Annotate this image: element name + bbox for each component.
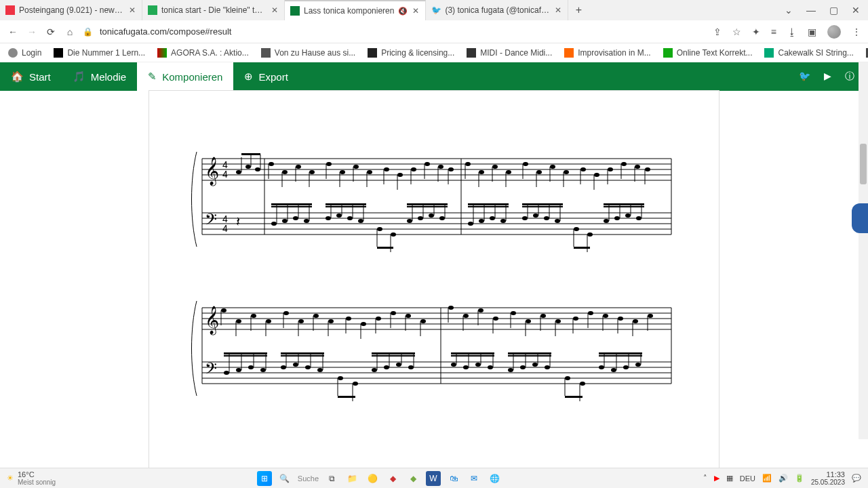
close-icon[interactable]: ✕ bbox=[271, 5, 279, 15]
minimize-icon[interactable]: — bbox=[806, 5, 816, 16]
app-icon[interactable]: ◆ bbox=[385, 471, 400, 486]
star-icon[interactable]: ☆ bbox=[732, 26, 741, 37]
browser-tab-1[interactable]: tonica start - Die "kleine" tonica ✕ bbox=[142, 0, 285, 20]
svg-point-113 bbox=[418, 216, 423, 220]
svg-point-187 bbox=[361, 322, 366, 326]
svg-point-56 bbox=[465, 162, 471, 166]
svg-point-36 bbox=[326, 162, 332, 166]
svg-point-203 bbox=[493, 317, 498, 321]
edge-icon[interactable]: 🌐 bbox=[487, 471, 502, 486]
bookmark-icon bbox=[54, 48, 63, 58]
svg-point-86 bbox=[271, 222, 277, 226]
scrollbar-thumb[interactable] bbox=[860, 144, 867, 184]
twitter-icon[interactable]: 🐦 bbox=[799, 70, 810, 83]
bookmark-item[interactable]: Login bbox=[8, 48, 41, 58]
svg-point-32 bbox=[296, 165, 301, 169]
mail-icon[interactable]: ✉ bbox=[467, 471, 481, 486]
svg-rect-285 bbox=[599, 352, 642, 354]
tray-time[interactable]: 11:33 bbox=[811, 470, 845, 479]
close-icon[interactable]: ✕ bbox=[412, 6, 420, 16]
bookmark-item[interactable]: Von zu Hause aus si... bbox=[261, 48, 355, 58]
back-button[interactable]: ← bbox=[7, 26, 19, 37]
svg-text:𝄞: 𝄞 bbox=[205, 306, 219, 336]
browser-tab-0[interactable]: Posteingang (9.021) - newsrex24 ✕ bbox=[0, 0, 142, 20]
svg-point-280 bbox=[565, 376, 570, 380]
browser-tab-2[interactable]: Lass tonica komponieren 🔇 ✕ bbox=[285, 0, 426, 20]
wifi-icon[interactable]: 📶 bbox=[762, 474, 772, 483]
battery-icon[interactable]: 🔋 bbox=[795, 474, 804, 483]
bookmark-item[interactable]: MIDI - Dance Midi... bbox=[467, 48, 552, 58]
word-icon[interactable]: W bbox=[426, 471, 441, 486]
side-handle[interactable] bbox=[852, 203, 868, 233]
close-icon[interactable]: ✕ bbox=[554, 5, 562, 15]
svg-rect-143 bbox=[574, 247, 590, 249]
new-tab-button[interactable]: + bbox=[568, 4, 589, 16]
svg-point-276 bbox=[532, 363, 538, 367]
forward-button[interactable]: → bbox=[26, 26, 38, 37]
tray-app-icon[interactable]: ▦ bbox=[726, 474, 733, 483]
browser-tab-3[interactable]: 🐦 (3) tonica fugata (@tonicafugata) ✕ bbox=[426, 0, 568, 20]
chrome-icon[interactable]: 🟡 bbox=[365, 471, 380, 486]
nav-export[interactable]: ⊕Export bbox=[233, 62, 298, 91]
address-url[interactable]: tonicafugata.com/compose#result bbox=[100, 26, 231, 37]
lock-icon[interactable]: 🔒 bbox=[83, 27, 93, 37]
extensions-icon[interactable]: ✦ bbox=[752, 26, 760, 37]
share-icon[interactable]: ⇪ bbox=[713, 26, 722, 37]
chevron-down-icon[interactable]: ⌄ bbox=[785, 5, 793, 16]
nav-komponieren[interactable]: ✎Komponieren bbox=[137, 62, 233, 91]
profile-avatar[interactable] bbox=[827, 25, 841, 39]
svg-point-115 bbox=[429, 214, 434, 218]
svg-point-28 bbox=[269, 162, 274, 166]
bookmark-item[interactable]: Die Nummer 1 Lern... bbox=[54, 48, 145, 58]
bookmark-item[interactable]: Improvisation in M... bbox=[564, 48, 650, 58]
svg-point-70 bbox=[564, 170, 569, 174]
reload-button[interactable]: ⟳ bbox=[45, 26, 57, 37]
app-icon[interactable]: ◆ bbox=[406, 471, 420, 486]
volume-icon[interactable]: 🔊 bbox=[778, 474, 788, 483]
explorer-icon[interactable]: 📁 bbox=[344, 471, 359, 486]
svg-point-133 bbox=[533, 214, 538, 218]
svg-point-146 bbox=[604, 219, 609, 223]
tray-lang[interactable]: DEU bbox=[740, 474, 755, 483]
bookmark-icon bbox=[368, 48, 377, 58]
start-button[interactable]: ⊞ bbox=[257, 471, 272, 486]
tab-title: Lass tonica komponieren bbox=[304, 6, 394, 16]
youtube-tray-icon[interactable]: ▶ bbox=[714, 474, 719, 483]
svg-rect-226 bbox=[224, 355, 267, 357]
svg-point-291 bbox=[623, 365, 629, 369]
home-button[interactable]: ⌂ bbox=[64, 26, 76, 37]
settings-icon[interactable]: ≡ bbox=[771, 26, 776, 37]
vertical-scrollbar[interactable] bbox=[859, 62, 868, 439]
close-icon[interactable]: ✕ bbox=[128, 5, 136, 15]
close-window-icon[interactable]: ✕ bbox=[852, 5, 860, 16]
youtube-icon[interactable]: ▶ bbox=[824, 70, 831, 83]
store-icon[interactable]: 🛍 bbox=[446, 471, 461, 486]
tray-date[interactable]: 25.05.2023 bbox=[811, 479, 845, 486]
bookmark-item[interactable]: Pricing & licensing... bbox=[368, 48, 454, 58]
taskbar-search[interactable]: Suche bbox=[298, 474, 319, 483]
svg-point-189 bbox=[376, 317, 381, 321]
svg-rect-144 bbox=[604, 203, 644, 205]
info-icon[interactable]: ⓘ bbox=[845, 70, 854, 83]
svg-point-78 bbox=[621, 162, 627, 166]
svg-point-256 bbox=[396, 363, 401, 367]
task-view-icon[interactable]: ⧉ bbox=[324, 471, 339, 486]
taskbar-weather[interactable]: ☀ 16°C Meist sonnig bbox=[0, 470, 62, 486]
bookmark-item[interactable]: Online Text Korrekt... bbox=[663, 48, 753, 58]
bookmark-item[interactable]: Cakewalk SI String... bbox=[764, 48, 853, 58]
tray-chevron-icon[interactable]: ˄ bbox=[703, 474, 707, 483]
svg-point-42 bbox=[367, 170, 372, 174]
mute-icon[interactable]: 🔇 bbox=[398, 7, 408, 16]
download-icon[interactable]: ⭳ bbox=[787, 26, 797, 37]
nav-start[interactable]: 🏠Start bbox=[0, 62, 62, 91]
tab-overview-icon[interactable]: ▣ bbox=[808, 26, 816, 37]
menu-icon[interactable]: ⋮ bbox=[852, 26, 861, 37]
notifications-icon[interactable]: 💬 bbox=[852, 474, 861, 483]
svg-point-213 bbox=[573, 317, 578, 321]
svg-rect-286 bbox=[599, 355, 642, 357]
search-icon[interactable]: 🔍 bbox=[277, 471, 292, 486]
nav-melodie[interactable]: 🎵Melodie bbox=[62, 62, 138, 91]
svg-rect-94 bbox=[326, 203, 366, 205]
bookmark-item[interactable]: AGORA S.A. : Aktio... bbox=[157, 48, 249, 58]
maximize-icon[interactable]: ▢ bbox=[829, 5, 838, 16]
